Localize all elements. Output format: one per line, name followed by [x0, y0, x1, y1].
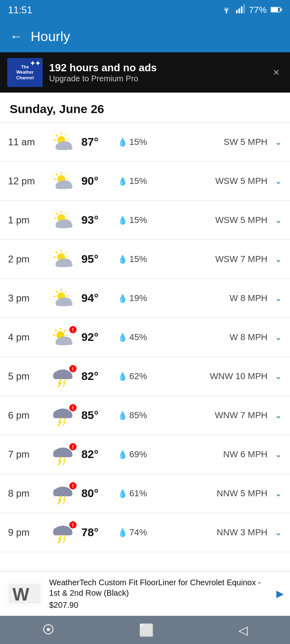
- hourly-row[interactable]: 12 pm 90° 💧 15% WSW 5 MPH ⌄: [0, 162, 290, 201]
- svg-line-57: [56, 291, 57, 292]
- hour-label: 12 pm: [8, 175, 44, 187]
- chevron-down-icon[interactable]: ⌄: [275, 176, 282, 186]
- nav-menu-button[interactable]: ⦿: [42, 623, 54, 637]
- precip-value: 74%: [129, 527, 147, 538]
- wifi-icon: [221, 4, 232, 16]
- wind-speed: WNW 7 MPH: [158, 410, 267, 421]
- svg-line-24: [56, 174, 57, 175]
- nav-back-button[interactable]: ◁: [238, 623, 248, 637]
- nav-home-button[interactable]: ⬜: [139, 623, 154, 637]
- svg-rect-7: [281, 8, 282, 11]
- ad-arrow-icon: ▶: [276, 588, 284, 599]
- rain-drop-icon: 💧: [118, 450, 128, 459]
- promo-close-button[interactable]: ×: [270, 63, 283, 82]
- alert-badge: !: [69, 404, 77, 411]
- weather-icon: !: [48, 364, 77, 388]
- rain-drop-icon: 💧: [118, 137, 128, 147]
- wind-speed: W 8 MPH: [158, 332, 267, 343]
- svg-line-47: [65, 252, 66, 253]
- battery-icon: [271, 5, 282, 15]
- chevron-down-icon[interactable]: ⌄: [275, 215, 282, 225]
- hourly-row[interactable]: 6 pm ! 85° 💧 85% WNW 7 MPH ⌄: [0, 396, 290, 435]
- rain-drop-icon: 💧: [118, 372, 128, 381]
- svg-line-67: [64, 330, 66, 331]
- hourly-row[interactable]: 3 pm 94° 💧 19% W 8 MPH ⌄: [0, 279, 290, 318]
- alert-badge: !: [69, 326, 77, 333]
- chevron-down-icon[interactable]: ⌄: [275, 254, 282, 264]
- hourly-row[interactable]: 9 pm ! 78° 💧 74% NNW 3 MPH ⌄: [0, 513, 290, 552]
- precip-value: 15%: [129, 137, 147, 147]
- temperature: 93°: [81, 214, 114, 227]
- status-icons: 77%: [221, 4, 282, 16]
- precip-value: 62%: [129, 371, 147, 382]
- hour-label: 7 pm: [8, 449, 44, 460]
- precip-value: 85%: [129, 410, 147, 421]
- hourly-row[interactable]: 5 pm ! 82° 💧 62% WNW 10 MPH ⌄: [0, 357, 290, 396]
- chevron-down-icon[interactable]: ⌄: [275, 293, 282, 303]
- ad-banner[interactable]: W WeatherTech Custom Fit FloorLiner for …: [0, 571, 290, 616]
- weather-icon: [48, 286, 77, 310]
- svg-line-35: [56, 213, 57, 214]
- temperature: 78°: [81, 526, 114, 539]
- precip-value: 15%: [129, 176, 147, 186]
- precip-value: 15%: [129, 254, 147, 264]
- battery-text: 77%: [249, 5, 267, 15]
- hour-label: 3 pm: [8, 293, 44, 304]
- alert-badge: !: [69, 365, 77, 372]
- precipitation: 💧 69%: [118, 449, 154, 460]
- hourly-list: 11 am 87° 💧 15% SW 5 MPH ⌄ 12 p: [0, 123, 290, 617]
- precip-value: 45%: [129, 332, 147, 343]
- status-bar: 11:51 77%: [0, 0, 290, 20]
- precipitation: 💧 15%: [118, 176, 154, 186]
- svg-rect-84: [53, 452, 72, 457]
- svg-line-13: [56, 135, 57, 136]
- hour-label: 6 pm: [8, 410, 44, 421]
- hourly-row[interactable]: 2 pm 95° 💧 15% WSW 7 MPH ⌄: [0, 240, 290, 279]
- hourly-row[interactable]: 4 pm ! 92° 💧 45% W 8 MPH ⌄: [0, 318, 290, 357]
- chevron-down-icon[interactable]: ⌄: [275, 137, 282, 147]
- svg-rect-6: [271, 8, 278, 12]
- temperature: 82°: [81, 448, 114, 461]
- rain-drop-icon: 💧: [118, 293, 128, 303]
- chevron-down-icon[interactable]: ⌄: [275, 527, 282, 538]
- weather-icon: !: [48, 520, 77, 545]
- back-button[interactable]: ←: [10, 29, 23, 44]
- weather-icon: [48, 208, 77, 232]
- hourly-row[interactable]: 7 pm ! 82° 💧 69% NW 6 MPH ⌄: [0, 435, 290, 474]
- time: 11:51: [8, 4, 32, 16]
- rain-drop-icon: 💧: [118, 332, 128, 342]
- precipitation: 💧 19%: [118, 293, 154, 303]
- temperature: 87°: [81, 136, 114, 149]
- rain-drop-icon: 💧: [118, 528, 128, 537]
- hour-label: 11 am: [8, 136, 44, 148]
- chevron-down-icon[interactable]: ⌄: [275, 371, 282, 382]
- svg-rect-51: [56, 263, 72, 267]
- hour-label: 4 pm: [8, 332, 44, 343]
- alert-badge: !: [69, 443, 77, 450]
- promo-banner[interactable]: ✦✦ The Weather Channel 192 hours and no …: [0, 52, 290, 93]
- signal-icon: [236, 4, 245, 16]
- ad-text-content: WeatherTech Custom Fit FloorLiner for Ch…: [49, 577, 270, 610]
- wind-speed: WNW 10 MPH: [158, 371, 267, 382]
- wind-speed: WSW 5 MPH: [158, 215, 267, 225]
- svg-point-0: [226, 12, 227, 13]
- svg-rect-18: [56, 146, 72, 150]
- svg-line-46: [56, 252, 57, 253]
- hourly-row[interactable]: 11 am 87° 💧 15% SW 5 MPH ⌄: [0, 123, 290, 162]
- page-title: Hourly: [31, 29, 70, 44]
- svg-line-66: [55, 330, 56, 331]
- svg-rect-92: [53, 530, 72, 535]
- svg-rect-29: [56, 185, 72, 189]
- precipitation: 💧 45%: [118, 332, 154, 343]
- hourly-row[interactable]: 1 pm 93° 💧 15% WSW 5 MPH ⌄: [0, 201, 290, 240]
- hour-label: 2 pm: [8, 254, 44, 265]
- chevron-down-icon[interactable]: ⌄: [275, 449, 282, 460]
- svg-rect-76: [53, 374, 72, 379]
- hour-label: 8 pm: [8, 488, 44, 499]
- chevron-down-icon[interactable]: ⌄: [275, 332, 282, 343]
- hourly-row[interactable]: 8 pm ! 80° 💧 61% NNW 5 MPH ⌄: [0, 474, 290, 513]
- chevron-down-icon[interactable]: ⌄: [275, 410, 282, 421]
- chevron-down-icon[interactable]: ⌄: [275, 488, 282, 499]
- svg-rect-1: [236, 10, 238, 13]
- temperature: 95°: [81, 253, 114, 266]
